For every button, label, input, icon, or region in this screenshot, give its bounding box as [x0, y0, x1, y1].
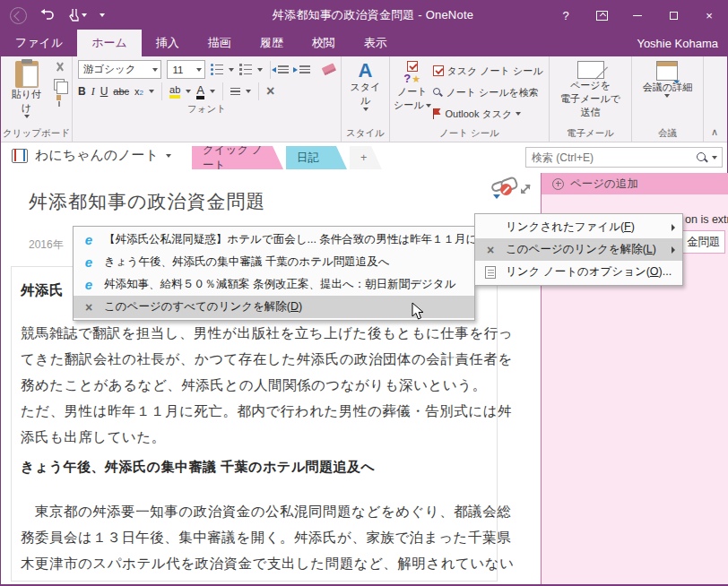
bullets-icon[interactable]	[211, 64, 223, 75]
font-color-button[interactable]: A	[196, 84, 204, 99]
font-size-select[interactable]: 11	[167, 60, 205, 79]
increase-indent-icon[interactable]	[299, 65, 310, 73]
back-icon[interactable]	[10, 7, 27, 24]
align-icon[interactable]	[230, 88, 240, 96]
tab-review[interactable]: 校閲	[298, 30, 350, 56]
customize-qat-icon[interactable]	[100, 13, 105, 17]
page-title[interactable]: 舛添都知事の政治資金問題	[29, 189, 266, 214]
meeting-details-button[interactable]: 会議の詳細	[637, 58, 698, 100]
cut-icon[interactable]	[54, 62, 66, 74]
outlook-tasks-button[interactable]: Outlook タスク	[433, 105, 543, 123]
touch-mode-toggle[interactable]	[68, 9, 87, 22]
search-box[interactable]	[525, 147, 723, 168]
eraser-icon[interactable]	[322, 64, 336, 76]
font-family-select[interactable]: 游ゴシック	[78, 60, 161, 79]
font-group: 游ゴシック 11 B I U	[73, 56, 342, 142]
options-doc-icon	[485, 266, 496, 279]
remove-link-icon: ×	[85, 300, 92, 315]
quick-access-toolbar	[1, 7, 198, 24]
menu-item-remove-page-links[interactable]: × このページのリンクを解除(L)	[475, 238, 682, 261]
body-line: てきた翻訳会社の社長が、かつて存在した舛添氏の政治団体の会計責任者を	[21, 350, 513, 369]
expand-page-icon[interactable]	[518, 182, 533, 196]
format-painter-icon[interactable]	[54, 95, 65, 107]
email-page-button[interactable]: ページを 電子メールで送信	[551, 58, 629, 122]
email-label2: 電子メールで送信	[557, 92, 624, 119]
help-button[interactable]: ?	[548, 1, 584, 30]
remove-link-icon: ×	[487, 243, 494, 257]
page-list-item[interactable]: on is extrem	[685, 213, 728, 226]
paste-icon	[15, 61, 39, 88]
chevron-down-icon	[426, 104, 431, 108]
tab-file[interactable]: ファイル	[1, 30, 77, 56]
italic-button[interactable]: I	[91, 85, 95, 99]
tab-home[interactable]: ホーム	[77, 30, 142, 56]
chevron-down-icon	[493, 194, 500, 199]
section-tab-diary[interactable]: 日記	[286, 146, 347, 169]
task-note-tag-button[interactable]: タスク ノート シール	[433, 62, 543, 80]
paste-button[interactable]: 貼り付け	[3, 58, 50, 121]
chevron-down-icon[interactable]	[210, 90, 215, 93]
underline-button[interactable]: U	[100, 85, 108, 98]
body-line: 務委員会は１３日午後、集中審議を開く。舛添氏が、家族で泊まった千葉県	[21, 529, 511, 547]
numbering-icon[interactable]	[239, 64, 252, 75]
body-line: 競馬雑誌で翻訳を担当し、男性が出版社を立ち上げた後もともに仕事を行っ	[21, 324, 513, 343]
plus-icon: +	[360, 151, 367, 164]
bold-button[interactable]: B	[78, 85, 86, 98]
clear-formatting-icon[interactable]: ×	[266, 83, 274, 99]
menu-item-link3[interactable]: e 舛添知事、給料５０％減額案 条例改正案、提出へ：朝日新聞デジタル	[74, 273, 474, 296]
search-icon[interactable]	[696, 151, 708, 164]
subscript-2: 2	[140, 89, 143, 97]
user-name[interactable]: Yoshie Kohama	[637, 30, 718, 56]
notebook-dropdown[interactable]: わにちゃんのノート	[12, 147, 171, 164]
chevron-down-icon[interactable]	[712, 156, 717, 159]
tab-draw[interactable]: 描画	[194, 30, 246, 56]
subscript-button[interactable]: x2	[134, 86, 143, 97]
meeting-group: 会議の詳細 会議	[632, 56, 704, 142]
decrease-indent-icon[interactable]	[278, 65, 289, 73]
minimize-button[interactable]	[620, 1, 655, 30]
flag-icon	[433, 108, 442, 119]
menu-item-linked-files[interactable]: リンクされたファイル(F)	[475, 216, 682, 238]
linked-notes-disabled-icon[interactable]	[491, 180, 515, 200]
email-group: ページを 電子メールで送信 電子メール	[550, 56, 632, 142]
maximize-button[interactable]	[655, 1, 691, 30]
highlight-button[interactable]: ab	[169, 85, 180, 99]
copy-icon[interactable]	[54, 79, 65, 90]
meeting-details-label: 会議の詳細	[643, 81, 692, 94]
task-tag-label: タスク ノート シール	[447, 65, 543, 78]
notebook-icon	[12, 149, 28, 163]
tab-insert[interactable]: 挿入	[142, 30, 194, 56]
body-line: 東京都の舛添要一知事の政治資金の公私混同問題などをめぐり、都議会総	[21, 503, 511, 521]
close-button[interactable]: ×	[691, 1, 727, 30]
new-section-tab[interactable]: +	[350, 146, 382, 169]
prohibit-badge-icon	[500, 184, 512, 195]
chevron-down-icon[interactable]	[149, 90, 154, 93]
undo-icon[interactable]	[39, 9, 56, 22]
note-tags-button[interactable]: ?★ ノート シール	[392, 58, 433, 115]
font-group-label: フォント	[74, 102, 339, 117]
chevron-down-icon[interactable]	[257, 68, 263, 72]
tab-history[interactable]: 履歴	[246, 30, 298, 56]
add-page-label: ページの追加	[570, 177, 638, 192]
body-heading1: 舛添氏	[21, 281, 64, 300]
add-page-button[interactable]: ページの追加	[542, 173, 728, 194]
menu-item-linked-note-options[interactable]: リンク ノートのオプション(O)...	[475, 261, 682, 283]
chevron-down-icon[interactable]	[186, 90, 191, 93]
styles-button[interactable]: A スタイル	[343, 58, 387, 114]
section-tab-quick-notes[interactable]: クイック ノート	[192, 146, 283, 169]
title-bar: 舛添都知事の政治資金問題 - OneNote ? ×	[1, 1, 727, 30]
find-tags-button[interactable]: ノート シールを検索	[433, 83, 543, 101]
find-tags-label: ノート シールを検索	[446, 86, 539, 99]
styles-icon: A	[359, 61, 373, 81]
ribbon-display-options-button[interactable]	[584, 1, 620, 30]
chevron-down-icon[interactable]	[229, 68, 234, 72]
submenu-arrow-icon	[672, 246, 675, 254]
mouse-cursor	[412, 302, 425, 321]
collapse-ribbon-icon[interactable]: ∧	[711, 126, 718, 138]
strikethrough-button[interactable]: abc	[113, 86, 129, 97]
menu-item-link1[interactable]: e 【舛添氏公私混同疑惑】ホテルで面会し... 条件合致の男性は昨年１１月に死亡…	[74, 228, 474, 251]
tab-view[interactable]: 表示	[350, 30, 402, 56]
search-input[interactable]	[526, 151, 696, 164]
chevron-down-icon[interactable]	[246, 90, 251, 93]
menu-item-link2[interactable]: e きょう午後、舛添氏の集中審議 千葉のホテル問題追及へ	[74, 251, 474, 273]
